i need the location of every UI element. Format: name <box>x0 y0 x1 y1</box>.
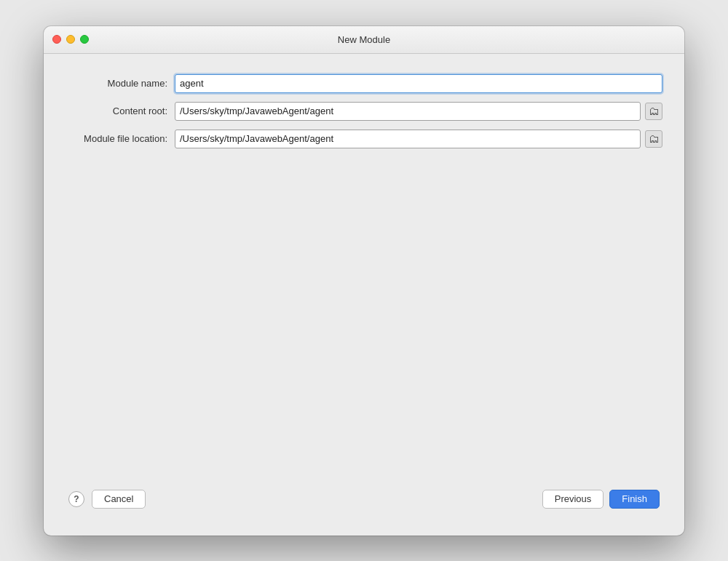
content-root-input[interactable] <box>175 102 641 121</box>
window-body: Module name: Content root: 🗂 Module file… <box>44 54 684 536</box>
footer: ? Cancel Previous Finish <box>66 477 662 521</box>
footer-right: Previous Finish <box>542 490 660 509</box>
cancel-button[interactable]: Cancel <box>92 490 146 509</box>
module-file-location-label: Module file location: <box>66 133 175 144</box>
content-root-label: Content root: <box>66 106 175 116</box>
module-name-input-wrapper <box>175 74 662 93</box>
content-root-input-wrapper: 🗂 <box>175 102 662 121</box>
window-title: New Module <box>338 34 390 45</box>
module-file-location-row: Module file location: 🗂 <box>66 130 662 148</box>
folder-icon: 🗂 <box>649 105 660 117</box>
finish-button[interactable]: Finish <box>609 490 660 509</box>
module-file-location-input[interactable] <box>175 130 641 148</box>
maximize-button[interactable] <box>80 35 89 44</box>
content-root-browse-button[interactable]: 🗂 <box>645 103 662 120</box>
help-button[interactable]: ? <box>68 491 84 507</box>
traffic-lights <box>52 35 89 44</box>
module-file-location-input-wrapper: 🗂 <box>175 130 662 148</box>
content-root-row: Content root: 🗂 <box>66 102 662 121</box>
folder-icon-2: 🗂 <box>649 132 660 145</box>
close-button[interactable] <box>52 35 61 44</box>
module-name-label: Module name: <box>66 78 175 89</box>
footer-left: ? Cancel <box>68 490 146 509</box>
content-spacer <box>66 148 662 477</box>
help-icon: ? <box>74 494 79 504</box>
new-module-dialog: New Module Module name: Content root: 🗂 <box>44 26 684 536</box>
module-name-row: Module name: <box>66 74 662 93</box>
form-section: Module name: Content root: 🗂 Module file… <box>66 74 662 148</box>
previous-button[interactable]: Previous <box>542 490 604 509</box>
module-name-input[interactable] <box>175 74 662 93</box>
minimize-button[interactable] <box>66 35 75 44</box>
module-file-location-browse-button[interactable]: 🗂 <box>645 130 662 148</box>
title-bar: New Module <box>44 26 684 54</box>
